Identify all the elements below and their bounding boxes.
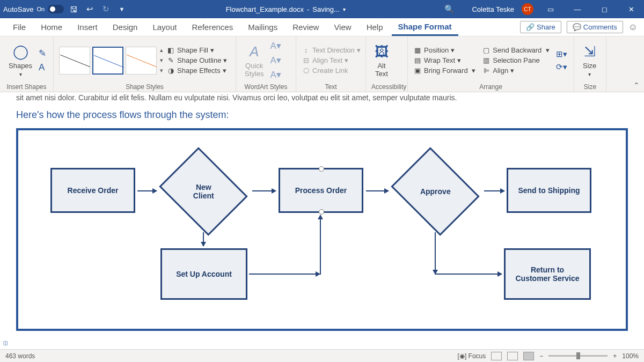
- arrow-1[interactable]: [137, 190, 157, 191]
- group-label: Text: [302, 82, 360, 91]
- align-text-button[interactable]: ⊟Align Text ▾: [302, 55, 361, 65]
- save-icon[interactable]: 🖫: [69, 5, 78, 13]
- collapse-ribbon-icon[interactable]: ⌃: [633, 81, 640, 90]
- print-layout-icon[interactable]: [507, 352, 518, 360]
- user-name[interactable]: Coletta Teske: [472, 5, 514, 13]
- search-icon[interactable]: 🔍: [445, 5, 453, 13]
- text-outline-icon[interactable]: A▾: [270, 55, 281, 66]
- node-setup-account[interactable]: Set Up Account: [160, 248, 247, 300]
- create-link-button[interactable]: ⬡Create Link: [302, 65, 361, 76]
- shapes-button[interactable]: ◯ Shapes ▾: [5, 42, 35, 78]
- tab-home[interactable]: Home: [34, 19, 69, 35]
- drawing-canvas[interactable]: Receive Order New Client Process Order A…: [16, 128, 628, 331]
- arrow-7b[interactable]: [435, 274, 502, 275]
- share-button[interactable]: 🔗Share: [520, 21, 561, 33]
- node-send-shipping[interactable]: Send to Shipping: [507, 168, 591, 213]
- size-button[interactable]: ⇲ Size ▾: [580, 42, 599, 78]
- position-button[interactable]: ▦Position ▾: [413, 45, 475, 55]
- size-label: Size: [583, 62, 596, 70]
- style-gallery[interactable]: [59, 47, 157, 75]
- shape-fill-button[interactable]: ◧Shape Fill ▾: [166, 45, 227, 55]
- shape-outline-button[interactable]: ✎Shape Outline ▾: [166, 55, 227, 65]
- effects-icon: ◑: [166, 67, 175, 75]
- user-avatar[interactable]: CT: [522, 3, 533, 15]
- smiley-icon[interactable]: ☺: [628, 22, 638, 33]
- text-box-icon[interactable]: A: [39, 62, 46, 73]
- style-thumb-2[interactable]: [92, 47, 123, 75]
- tab-view[interactable]: View: [327, 19, 357, 35]
- status-bar: 463 words [◉] Focus − + 100%: [0, 349, 644, 362]
- redo-icon[interactable]: ↻: [101, 5, 110, 13]
- shape-effects-button[interactable]: ◑Shape Effects ▾: [166, 65, 227, 76]
- link-icon: ⬡: [302, 67, 310, 75]
- node-new-client[interactable]: New Client: [159, 147, 247, 235]
- bring-forward-button[interactable]: ▣Bring Forward ▾: [413, 65, 475, 76]
- align-button[interactable]: ⊫Align ▾: [482, 65, 550, 76]
- group-label: Accessibility: [371, 82, 402, 91]
- text-direction-button[interactable]: ↕Text Direction ▾: [302, 45, 361, 55]
- alt-text-button[interactable]: 🖼 Alt Text: [371, 42, 392, 79]
- size-icon: ⇲: [584, 43, 596, 60]
- arrange-col3: ⊞▾ ⟳▾: [556, 49, 567, 72]
- text-cmds: ↕Text Direction ▾ ⊟Align Text ▾ ⬡Create …: [302, 45, 361, 76]
- tab-shape-format[interactable]: Shape Format: [392, 19, 458, 36]
- tab-mailings[interactable]: Mailings: [241, 19, 284, 35]
- text-effects-icon[interactable]: A▾: [270, 69, 281, 80]
- group-insert-shapes: ◯ Shapes ▾ ✎ A Insert Shapes: [0, 36, 54, 92]
- arrow-4[interactable]: [484, 190, 504, 191]
- tab-references[interactable]: References: [185, 19, 239, 35]
- text-fill-icon[interactable]: A▾: [270, 40, 281, 51]
- web-layout-icon[interactable]: [523, 352, 534, 360]
- arrow-2[interactable]: [252, 190, 276, 191]
- arrow-5[interactable]: [203, 232, 204, 246]
- gallery-spinner[interactable]: ▴▾▾: [160, 47, 163, 74]
- quick-styles-label: Quick Styles: [245, 62, 264, 78]
- toggle-icon[interactable]: [48, 5, 64, 13]
- rotate-icon[interactable]: ⟳▾: [556, 62, 567, 72]
- word-count[interactable]: 463 words: [5, 352, 35, 360]
- title-bar: AutoSave On 🖫 ↩ ↻ ▼ Flowchart_Example.do…: [0, 0, 644, 18]
- tab-file[interactable]: File: [6, 19, 32, 35]
- arrow-3[interactable]: [366, 190, 389, 191]
- zoom-out-icon[interactable]: −: [539, 352, 543, 360]
- quick-styles-button[interactable]: A Quick Styles: [241, 42, 267, 79]
- zoom-level[interactable]: 100%: [622, 352, 639, 360]
- focus-button[interactable]: [◉] Focus: [458, 352, 486, 360]
- chevron-down-icon: ▾: [19, 71, 22, 77]
- zoom-slider[interactable]: [548, 355, 608, 357]
- node-return-service[interactable]: Return to Customer Service: [504, 248, 591, 300]
- minimize-icon[interactable]: —: [568, 0, 587, 18]
- tab-review[interactable]: Review: [286, 19, 325, 35]
- style-thumb-3[interactable]: [126, 47, 157, 75]
- node-receive-order[interactable]: Receive Order: [50, 168, 135, 213]
- selection-pane-button[interactable]: ▥Selection Pane: [482, 55, 550, 65]
- arrange-col2: ▢Send Backward ▾ ▥Selection Pane ⊫Align …: [482, 45, 550, 76]
- undo-icon[interactable]: ↩: [85, 5, 94, 13]
- shape-edit-stack: ✎ A: [39, 48, 46, 73]
- group-wordart: A Quick Styles A▾ A▾ A▾ WordArt Styles: [236, 36, 296, 92]
- wrap-text-button[interactable]: ▤Wrap Text ▾: [413, 55, 475, 65]
- send-backward-button[interactable]: ▢Send Backward ▾: [482, 45, 550, 55]
- autosave-toggle[interactable]: AutoSave On: [3, 5, 64, 13]
- ribbon-display-icon[interactable]: ▭: [541, 0, 560, 18]
- tab-help[interactable]: Help: [360, 19, 390, 35]
- titlebar-right: 🔍 Coletta Teske CT ▭ — ◻ ✕: [445, 0, 641, 18]
- read-mode-icon[interactable]: [491, 352, 502, 360]
- chevron-down-icon[interactable]: ▾: [343, 6, 346, 12]
- style-thumb-1[interactable]: [59, 47, 90, 75]
- chevron-down-icon[interactable]: ▼: [118, 5, 126, 13]
- node-process-order[interactable]: Process Order: [279, 168, 363, 213]
- maximize-icon[interactable]: ◻: [595, 0, 614, 18]
- tab-layout[interactable]: Layout: [146, 19, 183, 35]
- node-approve[interactable]: Approve: [391, 147, 479, 235]
- close-icon[interactable]: ✕: [621, 0, 641, 18]
- group-accessibility: 🖼 Alt Text Accessibility: [366, 36, 408, 92]
- tab-insert[interactable]: Insert: [71, 19, 104, 35]
- edit-shape-icon[interactable]: ✎: [39, 48, 46, 59]
- tab-design[interactable]: Design: [106, 19, 144, 35]
- zoom-in-icon[interactable]: +: [613, 352, 617, 360]
- group-icon[interactable]: ⊞▾: [556, 49, 567, 59]
- arrow-6b[interactable]: [320, 215, 321, 275]
- wordart-cmds: A▾ A▾ A▾: [270, 40, 281, 80]
- comments-button[interactable]: 💬Comments: [567, 21, 623, 33]
